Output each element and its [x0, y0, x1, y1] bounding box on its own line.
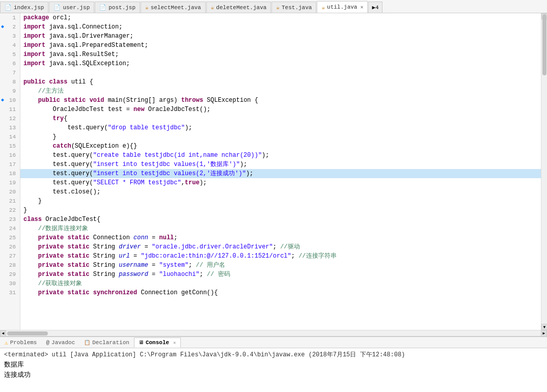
- code-line-5: import java.sql.ResultSet;: [20, 50, 541, 59]
- declaration-label: Declaration: [92, 340, 129, 346]
- str-28: "system": [159, 261, 188, 270]
- code-line-21: }: [20, 197, 541, 206]
- code-line-20: test.close();: [20, 187, 541, 197]
- code-line-11: OracleJdbcTest test = new OracleJdbcTest…: [20, 105, 541, 114]
- code-line-22: }: [20, 206, 541, 215]
- str-27: "jdbc:oracle:thin:@//127.0.0.1:1521/orcl…: [141, 251, 291, 261]
- code-line-4: import java.sql.PreparedStatement;: [20, 41, 541, 50]
- tab-icon-deleteMeet: ☕: [211, 4, 214, 11]
- h-scrollbar[interactable]: ◀ ▶: [0, 330, 547, 336]
- kw-import5: import: [23, 50, 45, 59]
- kw-new11: new: [133, 105, 145, 114]
- tab-label-Test: Test.java: [282, 5, 312, 11]
- tab-label-index-jsp: index.jsp: [14, 5, 44, 11]
- code-line-24: //数据库连接对象: [20, 224, 541, 233]
- tab-label-selectMeet: selectMeet.java: [151, 5, 201, 11]
- tab-problems[interactable]: ⚠ Problems: [0, 338, 41, 348]
- tab-label-user-jsp: user.jsp: [63, 5, 90, 11]
- scroll-thumb[interactable]: [542, 14, 546, 75]
- scrollbar-right[interactable]: ▲ ▼: [541, 13, 547, 330]
- ln-11: 11: [1, 105, 18, 114]
- ln-25: 25: [1, 233, 18, 242]
- code-line-3: import java.sql.DriverManager;: [20, 32, 541, 41]
- h-scrollbar-thumb[interactable]: [7, 331, 48, 335]
- code-line-7: [20, 68, 541, 77]
- tab-declaration[interactable]: 📋 Declaration: [79, 338, 134, 348]
- ln-9: 9: [1, 87, 18, 96]
- ln-26: 26: [1, 242, 18, 251]
- ln-17: 17: [1, 160, 18, 169]
- comment-30: //获取连接对象: [23, 279, 82, 288]
- tab-label-deleteMeet: deleteMeet.java: [216, 5, 266, 11]
- str-26: "oracle.jdbc.driver.OracleDriver": [152, 242, 273, 251]
- kw-sync31: synchronized: [93, 288, 137, 297]
- tab-label-post-jsp: post.jsp: [108, 5, 135, 11]
- ln-3: 3: [1, 32, 18, 41]
- code-line-26: private static String driver = "oracle.j…: [20, 242, 541, 251]
- tab-selectMeet-java[interactable]: ☕ selectMeet.java: [141, 2, 206, 13]
- ln-4: 4: [1, 41, 18, 50]
- ln-21: 21: [1, 197, 18, 206]
- declaration-icon: 📋: [84, 340, 90, 346]
- code-line-16: test.query("create table testjdbc(id int…: [20, 151, 541, 160]
- code-line-28: private static String username = "system…: [20, 261, 541, 270]
- console-label: Console: [146, 340, 169, 346]
- kw-import4: import: [23, 41, 45, 50]
- tab-icon-selectMeet: ☕: [145, 4, 149, 11]
- code-line-30: //获取连接对象: [20, 279, 541, 288]
- kw-public10: public: [38, 96, 60, 105]
- kw-public8: public: [23, 77, 45, 87]
- tab-console[interactable]: 🖥 Console ✕: [134, 338, 181, 348]
- ln-18: 18: [1, 169, 18, 178]
- str-29: "luohaochi": [159, 270, 199, 279]
- code-line-23: class OracleJdbcTest{: [20, 215, 541, 224]
- code-line-29: private static String password = "luohao…: [20, 270, 541, 279]
- ln-10: 10: [1, 96, 18, 105]
- code-line-2: import java.sql.Connection;: [20, 22, 541, 32]
- code-line-27: private static String url = "jdbc:oracle…: [20, 251, 541, 261]
- tab-deleteMeet-java[interactable]: ☕ deleteMeet.java: [206, 2, 271, 13]
- str-17: "insert into testjdbc values(1,'数据库')": [93, 160, 240, 169]
- tab-javadoc[interactable]: @ Javadoc: [41, 338, 79, 348]
- str-16: "create table testjdbc(id int,name nchar…: [93, 151, 262, 160]
- ln-19: 19: [1, 178, 18, 187]
- ln-1: 1: [1, 13, 18, 22]
- console-output-line1: 数据库: [4, 360, 543, 370]
- h-scroll-right-arrow[interactable]: ▶: [541, 330, 547, 337]
- kw-import6: import: [23, 59, 45, 68]
- tab-overflow[interactable]: ▶4: [368, 2, 382, 13]
- kw-static28: static: [67, 261, 89, 270]
- var-conn: conn: [133, 233, 148, 242]
- ln-27: 27: [1, 251, 18, 261]
- tab-index-jsp[interactable]: 📄 index.jsp: [0, 2, 48, 13]
- kw-try12: try: [53, 114, 64, 123]
- console-icon: 🖥: [139, 340, 144, 346]
- ln-29: 29: [1, 270, 18, 279]
- tab-close-util[interactable]: ✕: [360, 4, 363, 10]
- kw-package: package: [23, 13, 49, 22]
- tab-post-jsp[interactable]: 📄 post.jsp: [95, 2, 140, 13]
- kw-void10: void: [90, 96, 104, 105]
- code-line-10: public static void main(String[] args) t…: [20, 96, 541, 105]
- tab-bar: 📄 index.jsp 📄 user.jsp 📄 post.jsp ☕ sele…: [0, 0, 547, 13]
- ln-20: 20: [1, 187, 18, 197]
- line-numbers: 1 2 3 4 5 6 7 8 9 10 11 12 13 14 15 16 1…: [0, 13, 20, 330]
- tab-util-java[interactable]: ☕ util.java ✕: [317, 1, 368, 13]
- console-content[interactable]: <terminated> util [Java Application] C:\…: [0, 348, 547, 392]
- tab-user-jsp[interactable]: 📄 user.jsp: [49, 2, 94, 13]
- javadoc-icon: @: [46, 340, 49, 346]
- scroll-down-arrow[interactable]: ▼: [541, 324, 547, 330]
- comment-24: //数据库连接对象: [23, 224, 88, 233]
- code-content[interactable]: package orcl; import java.sql.Connection…: [20, 13, 541, 330]
- code-line-31: private static synchronized Connection g…: [20, 288, 541, 297]
- problems-icon: ⚠: [5, 340, 8, 346]
- editor-area: 1 2 3 4 5 6 7 8 9 10 11 12 13 14 15 16 1…: [0, 13, 547, 330]
- kw-catch15: catch: [53, 142, 71, 151]
- str-13: "drop table testjdbc": [108, 123, 185, 132]
- ln-8: 8: [1, 77, 18, 87]
- h-scroll-left-arrow[interactable]: ◀: [0, 330, 6, 337]
- kw-private31: private: [38, 288, 64, 297]
- ln-16: 16: [1, 151, 18, 160]
- ln-24: 24: [1, 224, 18, 233]
- tab-Test-java[interactable]: ☕ Test.java: [271, 2, 316, 13]
